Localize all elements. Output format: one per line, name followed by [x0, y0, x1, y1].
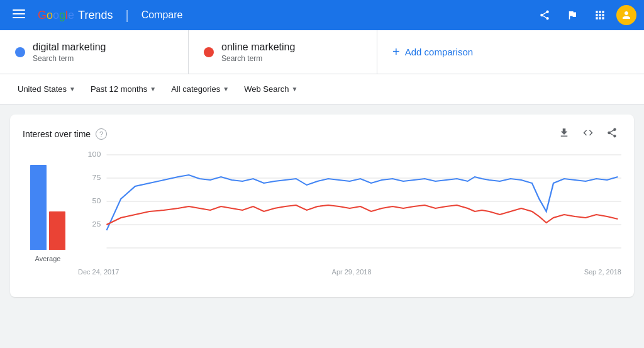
term1-type: Search term	[33, 54, 106, 63]
chart-actions	[555, 125, 621, 143]
line-chart-svg: 100 75 50 25	[78, 149, 621, 265]
x-label-2: Apr 29, 2018	[332, 268, 372, 276]
line-chart-section: 100 75 50 25 Dec 24, 2017 Ap	[78, 149, 621, 287]
region-filter[interactable]: United States ▼	[10, 79, 83, 99]
x-axis-labels: Dec 24, 2017 Apr 29, 2018 Sep 2, 2018	[78, 268, 621, 276]
x-label-1: Dec 24, 2017	[78, 268, 119, 276]
search-type-arrow-icon: ▼	[291, 86, 297, 93]
menu-icon[interactable]	[8, 3, 30, 28]
time-arrow-icon: ▼	[150, 86, 156, 93]
header-icons	[533, 4, 636, 26]
chart-title-area: Interest over time ?	[23, 128, 107, 140]
header-divider: |	[125, 8, 128, 23]
svg-text:75: 75	[92, 174, 101, 181]
term2-dot	[204, 47, 214, 57]
bars-container	[30, 149, 65, 252]
search-term-2: online marketing Search term	[189, 30, 377, 74]
region-arrow-icon: ▼	[69, 86, 75, 93]
category-arrow-icon: ▼	[223, 86, 229, 93]
add-plus-icon: +	[392, 45, 400, 59]
time-filter[interactable]: Past 12 months ▼	[83, 79, 164, 99]
term2-name[interactable]: online marketing	[221, 42, 295, 53]
help-icon[interactable]: ?	[96, 128, 107, 140]
blue-line	[106, 175, 618, 230]
bar-online-marketing	[49, 211, 65, 250]
help-icon-text: ?	[99, 130, 103, 138]
bar-chart-section: Average	[23, 149, 73, 287]
google-logo-text: Google	[38, 9, 74, 22]
red-line	[106, 205, 618, 225]
time-label: Past 12 months	[91, 84, 147, 94]
category-filter[interactable]: All categories ▼	[164, 79, 236, 99]
search-type-filter[interactable]: Web Search ▼	[236, 79, 305, 99]
chart-header: Interest over time ?	[23, 125, 621, 143]
google-trends-logo: Google Trends	[38, 9, 113, 22]
svg-text:50: 50	[92, 197, 101, 205]
svg-rect-2	[13, 17, 25, 18]
apps-icon[interactable]	[589, 4, 611, 26]
region-label: United States	[18, 84, 67, 94]
chart-title: Interest over time	[23, 129, 91, 139]
share-chart-button[interactable]	[602, 125, 621, 143]
flag-icon[interactable]	[561, 4, 584, 26]
filters-bar: United States ▼ Past 12 months ▼ All cat…	[0, 74, 644, 104]
add-comparison-label: Add comparison	[405, 47, 473, 57]
add-comparison-button[interactable]: + Add comparison	[377, 30, 644, 74]
x-label-3: Sep 2, 2018	[584, 268, 621, 276]
user-avatar[interactable]	[616, 5, 636, 25]
svg-text:25: 25	[92, 220, 101, 228]
svg-text:100: 100	[88, 150, 101, 158]
share-icon[interactable]	[533, 4, 556, 26]
svg-rect-1	[13, 13, 25, 14]
search-term-1: digital marketing Search term	[0, 30, 189, 74]
term2-type: Search term	[221, 54, 295, 63]
search-terms-bar: digital marketing Search term online mar…	[0, 30, 644, 74]
search-type-label: Web Search	[244, 84, 289, 94]
svg-rect-0	[13, 9, 25, 11]
bar-digital-marketing	[30, 165, 47, 250]
trends-text: Trends	[78, 9, 113, 22]
chart-area: Average 100 75 50 25	[23, 149, 621, 287]
term1-name[interactable]: digital marketing	[33, 42, 106, 53]
term1-info: digital marketing Search term	[33, 42, 106, 63]
header: Google Trends | Compare	[0, 0, 644, 30]
embed-button[interactable]	[579, 125, 597, 143]
term1-dot	[15, 47, 25, 57]
page-title: Compare	[142, 9, 183, 21]
main-content: Interest over time ?	[0, 104, 644, 307]
category-label: All categories	[171, 84, 220, 94]
bar-label: Average	[35, 255, 61, 262]
interest-over-time-card: Interest over time ?	[10, 115, 634, 297]
download-button[interactable]	[555, 125, 574, 143]
term2-info: online marketing Search term	[221, 42, 295, 63]
